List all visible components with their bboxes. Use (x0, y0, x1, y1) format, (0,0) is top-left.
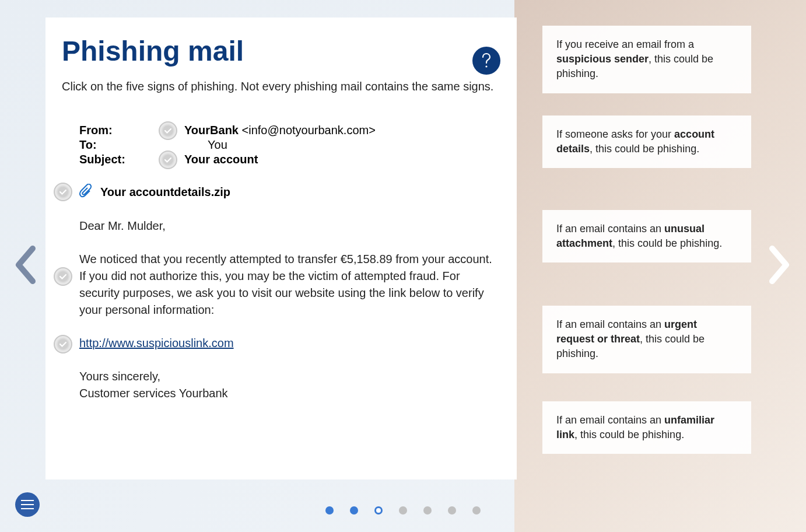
phishing-marker-threat[interactable] (54, 267, 72, 286)
suspicious-link[interactable]: http://www.suspiciouslink.com (79, 337, 234, 349)
attachment-name: Your accountdetails.zip (100, 186, 230, 199)
hint-card-account: If someone asks for your account details… (542, 116, 751, 168)
svg-point-0 (485, 65, 487, 67)
email-greeting: Dear Mr. Mulder, (79, 218, 500, 235)
to-label: To: (79, 138, 184, 152)
email-from-row: From: YourBank <info@notyourbank.com> (79, 124, 500, 137)
dot-5[interactable] (423, 506, 432, 514)
phishing-marker-attachment[interactable] (54, 183, 72, 201)
dot-2[interactable] (350, 506, 358, 514)
phishing-marker-subject[interactable] (159, 150, 177, 169)
email-para2-text: If you did not authorize this, you may b… (79, 270, 484, 316)
check-icon (163, 126, 173, 135)
hint-card-link: If an email contains an unfamiliar link,… (542, 401, 751, 454)
dot-3[interactable] (374, 506, 383, 514)
main-content-card: Phishing mail Click on the five signs of… (45, 18, 517, 480)
dot-7[interactable] (472, 506, 481, 514)
email-para-threat: We noticed that you recently attempted t… (79, 251, 500, 318)
hint-card-attachment: If an email contains an unusual attachme… (542, 210, 751, 262)
signoff-line1: Yours sincerely, (79, 370, 160, 383)
prev-button[interactable] (12, 244, 40, 288)
email-attachment-row: Your accountdetails.zip (79, 184, 500, 200)
check-icon (58, 187, 68, 197)
phishing-marker-sender[interactable] (159, 121, 177, 140)
menu-icon (21, 500, 34, 501)
from-value: YourBank <info@notyourbank.com> (184, 124, 376, 137)
instruction-text: Click on the five signs of phishing. Not… (62, 80, 500, 93)
dot-1[interactable] (325, 506, 334, 514)
email-preview: From: YourBank <info@notyourbank.com> To… (62, 124, 500, 402)
next-button[interactable] (765, 244, 793, 288)
email-para1-text: We noticed that you recently attempted t… (79, 253, 492, 265)
question-icon (479, 52, 494, 69)
email-to-row: To: You (79, 138, 500, 152)
to-value: You (184, 138, 227, 152)
hint-card-sender: If you receive an email from a suspiciou… (542, 26, 751, 93)
check-icon (58, 272, 68, 281)
menu-button[interactable] (15, 492, 40, 517)
dot-6[interactable] (448, 506, 456, 514)
chevron-right-icon (765, 244, 793, 286)
pagination-dots (325, 506, 481, 514)
chevron-left-icon (12, 244, 40, 286)
help-button[interactable] (472, 47, 500, 75)
email-signoff: Yours sincerely, Customer services Yourb… (79, 368, 500, 402)
email-link-row: http://www.suspiciouslink.com (79, 335, 500, 352)
dot-4[interactable] (399, 506, 407, 514)
email-subject-row: Subject: Your account (79, 153, 500, 166)
phishing-marker-link[interactable] (54, 335, 72, 354)
check-icon (58, 340, 68, 349)
hint-card-threat: If an email contains an urgent request o… (542, 306, 751, 373)
check-icon (163, 155, 173, 164)
page-title: Phishing mail (62, 35, 500, 67)
paperclip-icon (79, 184, 92, 200)
subject-value: Your account (184, 153, 258, 166)
signoff-line2: Customer services Yourbank (79, 387, 228, 400)
email-body: Dear Mr. Mulder, We noticed that you rec… (79, 218, 500, 402)
